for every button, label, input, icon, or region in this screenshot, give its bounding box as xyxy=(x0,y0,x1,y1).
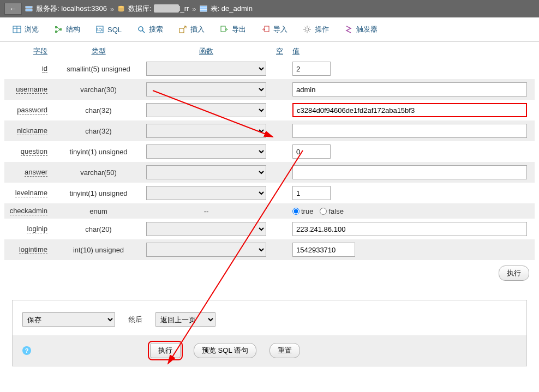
bottom-panel: 保存 然后 返回上一页 ? 执行 预览 SQL 语句 重置 xyxy=(12,300,527,366)
field-label: levelname xyxy=(15,189,47,197)
table-row: loginipchar(20) xyxy=(4,219,535,239)
field-label: answer xyxy=(25,168,47,177)
table-row: usernamevarchar(30) xyxy=(4,79,535,100)
svg-rect-9 xyxy=(55,26,57,28)
function-select[interactable] xyxy=(146,144,266,159)
help-icon[interactable]: ? xyxy=(22,346,31,355)
field-type: varchar(50) xyxy=(56,162,141,183)
breadcrumb-sep: » xyxy=(192,5,196,13)
svg-rect-1 xyxy=(26,9,32,11)
tab-sql[interactable]: SQLSQL xyxy=(88,21,129,38)
function-select[interactable] xyxy=(146,103,266,117)
svg-text:SQL: SQL xyxy=(96,28,104,32)
breadcrumb-sep: » xyxy=(110,5,114,13)
tab-import[interactable]: 导入 xyxy=(254,21,295,38)
value-input[interactable] xyxy=(292,82,527,97)
function-select[interactable] xyxy=(146,165,266,179)
tab-browse[interactable]: 浏览 xyxy=(5,21,46,38)
save-select[interactable]: 保存 xyxy=(22,312,115,327)
value-input[interactable] xyxy=(292,124,527,138)
table-row: checkadminenum--truefalse xyxy=(4,203,535,219)
table-row: nicknamechar(32) xyxy=(4,120,535,141)
preview-sql-button[interactable]: 预览 SQL 语句 xyxy=(194,343,256,358)
value-input[interactable] xyxy=(292,165,527,179)
function-select[interactable] xyxy=(146,124,266,138)
tab-export[interactable]: 导出 xyxy=(213,21,253,38)
svg-rect-19 xyxy=(221,26,225,32)
breadcrumb-table[interactable]: 表: de_admin xyxy=(211,4,253,14)
table-row: answervarchar(50) xyxy=(4,162,535,183)
function-select[interactable] xyxy=(146,222,266,236)
field-label: nickname xyxy=(17,126,47,135)
tab-operations[interactable]: 操作 xyxy=(296,21,336,38)
breadcrumb-server[interactable]: 服务器: localhost:3306 xyxy=(36,4,107,14)
execute-button-top[interactable]: 执行 xyxy=(499,266,529,281)
browse-icon xyxy=(13,25,21,34)
import-icon xyxy=(261,25,270,34)
value-input[interactable] xyxy=(292,103,527,117)
svg-line-17 xyxy=(142,31,145,33)
field-label: username xyxy=(16,85,47,94)
trigger-icon xyxy=(344,25,353,34)
header-type[interactable]: 类型 xyxy=(92,47,106,55)
radio-true[interactable] xyxy=(292,208,300,215)
value-input[interactable] xyxy=(292,186,331,200)
header-field[interactable]: 字段 xyxy=(33,47,47,55)
function-select[interactable] xyxy=(146,62,266,76)
function-select[interactable] xyxy=(146,243,266,257)
table-row: questiontinyint(1) unsigned xyxy=(4,141,535,162)
function-static: -- xyxy=(141,203,272,219)
field-label: checkadmin xyxy=(10,207,47,215)
gear-icon xyxy=(303,25,312,34)
function-select[interactable] xyxy=(146,186,266,200)
value-input[interactable] xyxy=(292,222,527,236)
value-input[interactable] xyxy=(292,62,331,76)
tab-insert[interactable]: 插入 xyxy=(171,21,212,38)
svg-rect-3 xyxy=(200,6,206,12)
svg-point-16 xyxy=(139,27,143,31)
svg-line-12 xyxy=(57,27,59,29)
svg-rect-20 xyxy=(265,26,269,32)
table-row: passwordchar(32) xyxy=(4,100,535,120)
radio-false[interactable] xyxy=(320,208,327,215)
svg-line-13 xyxy=(57,29,59,32)
field-type: tinyint(1) unsigned xyxy=(56,141,141,162)
field-label: password xyxy=(17,106,47,114)
enum-radio-group: truefalse xyxy=(292,207,530,215)
field-type: tinyint(1) unsigned xyxy=(56,183,141,203)
field-type: enum xyxy=(56,203,141,219)
function-select[interactable] xyxy=(146,82,266,97)
field-label: question xyxy=(21,147,47,156)
value-input[interactable] xyxy=(292,144,331,159)
server-icon xyxy=(25,5,33,13)
field-type: smallint(5) unsigned xyxy=(56,58,141,79)
header-function[interactable]: 函数 xyxy=(199,47,213,55)
field-type: varchar(30) xyxy=(56,79,141,100)
database-icon xyxy=(117,5,125,13)
svg-rect-10 xyxy=(55,31,57,33)
tab-search[interactable]: 搜索 xyxy=(130,21,170,38)
toolbar: 浏览 结构 SQLSQL 搜索 插入 导出 导入 操作 触发器 xyxy=(0,17,539,42)
search-icon xyxy=(137,25,146,34)
header-value[interactable]: 值 xyxy=(292,47,300,55)
value-input[interactable] xyxy=(292,243,355,257)
goback-select[interactable]: 返回上一页 xyxy=(155,312,215,327)
field-label: id xyxy=(42,64,47,73)
field-type: char(32) xyxy=(56,120,141,141)
field-label: loginip xyxy=(27,225,47,233)
breadcrumb-db[interactable]: 数据库: xxxxl_rr xyxy=(128,4,189,14)
breadcrumb: ← 服务器: localhost:3306 » 数据库: xxxxl_rr » … xyxy=(0,0,539,17)
svg-rect-11 xyxy=(59,28,62,31)
tab-structure[interactable]: 结构 xyxy=(47,21,87,38)
execute-button-bottom[interactable]: 执行 xyxy=(150,343,181,358)
svg-point-21 xyxy=(306,28,309,31)
reset-button[interactable]: 重置 xyxy=(270,343,300,358)
insert-icon xyxy=(178,25,187,34)
field-label: logintime xyxy=(19,245,47,254)
back-button[interactable]: ← xyxy=(4,3,22,15)
tab-triggers[interactable]: 触发器 xyxy=(337,21,385,38)
field-type: char(20) xyxy=(56,219,141,239)
field-type: int(10) unsigned xyxy=(56,239,141,260)
table-icon xyxy=(200,5,207,13)
header-null[interactable]: 空 xyxy=(276,47,283,55)
